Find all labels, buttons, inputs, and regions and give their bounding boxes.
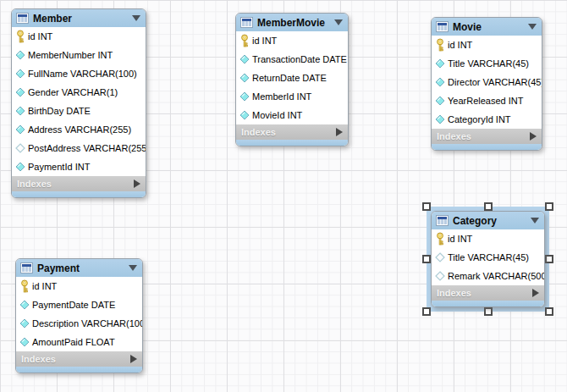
indexes-label: Indexes [437,131,471,141]
column-row[interactable]: Address VARCHAR(255) [12,120,146,139]
column-icon [239,71,250,85]
column-row[interactable]: YearReleased INT [432,91,542,110]
expand-right-icon[interactable] [530,132,537,141]
chevron-down-icon[interactable] [129,265,137,271]
column-icon [435,94,445,108]
column-label: id INT [448,40,472,50]
selection-handle[interactable] [545,307,553,316]
column-label: Title VARCHAR(45) [448,252,529,262]
column-icon [15,160,25,174]
column-list: id INT PaymentDate DATE Description VARC… [16,277,142,351]
column-icon [435,75,445,89]
table-title: MemberMovie [257,17,325,29]
column-icon [239,90,250,103]
column-row[interactable]: id INT [16,277,142,295]
column-row[interactable]: id INT [432,36,542,54]
column-row[interactable]: Description VARCHAR(100) [16,314,142,333]
column-row[interactable]: Title VARCHAR(45) [432,54,542,73]
chevron-down-icon[interactable] [334,19,343,25]
column-row[interactable]: FullName VARCHAR(100) [12,64,146,83]
table-icon [436,215,449,226]
column-row[interactable]: Remark VARCHAR(500) [432,267,544,285]
column-icon [15,48,25,62]
table-title: Payment [37,262,80,274]
column-icon [19,317,30,330]
nullable-column-icon [15,141,25,155]
column-row[interactable]: AmountPaid FLOAT [16,333,142,351]
nullable-column-icon [435,251,445,264]
indexes-bar[interactable]: Indexes [432,129,542,144]
column-label: id INT [32,281,57,291]
table-membermovie[interactable]: MemberMovie id INT TransactionDate DATE … [235,13,349,146]
expand-right-icon[interactable] [532,289,539,297]
expand-right-icon[interactable] [336,128,343,136]
table-header[interactable]: Member [12,9,146,27]
column-row[interactable]: PaymentId INT [12,157,146,176]
table-header[interactable]: Payment [16,259,142,277]
selection-handle[interactable] [422,307,431,316]
column-row[interactable]: MemberId INT [236,87,348,106]
column-icon [15,104,25,118]
column-row[interactable]: TransactionDate DATE [236,50,348,69]
table-movie[interactable]: Movie id INT Title VARCHAR(45) Director … [431,17,542,151]
column-row[interactable]: PaymentDate DATE [16,295,142,314]
table-icon [16,13,29,24]
table-header[interactable]: Movie [432,18,542,36]
chevron-down-icon[interactable] [132,15,140,21]
selection-handle[interactable] [545,255,553,263]
indexes-bar[interactable]: Indexes [16,351,142,367]
table-member[interactable]: Member id INT MemberNumber INT FullName … [11,8,146,198]
expand-right-icon[interactable] [134,179,140,188]
selection-handle[interactable] [545,202,553,211]
column-label: YearReleased INT [448,96,523,106]
column-icon [15,86,25,99]
table-title: Member [33,13,72,25]
selection-handle[interactable] [484,307,493,316]
column-label: PaymentDate DATE [32,300,115,310]
column-label: FullName VARCHAR(100) [28,69,137,79]
column-label: MemberNumber INT [28,50,113,60]
table-icon [436,21,449,32]
selection-handle[interactable] [484,202,493,211]
column-row[interactable]: MemberNumber INT [12,46,146,64]
column-row[interactable]: MovieId INT [236,106,348,124]
column-row[interactable]: ReturnDate DATE [236,69,348,87]
column-row[interactable]: CategoryId INT [432,110,542,129]
indexes-label: Indexes [241,127,276,137]
chevron-down-icon[interactable] [531,218,539,224]
expand-right-icon[interactable] [130,355,137,363]
column-row[interactable]: id INT [432,229,544,248]
column-icon [15,123,25,136]
column-label: Description VARCHAR(100) [32,318,143,329]
column-row[interactable]: id INT [236,31,348,50]
column-row[interactable]: BirthDay DATE [12,102,146,120]
column-label: MemberId INT [252,91,311,102]
column-label: id INT [28,31,52,41]
table-footer [432,144,542,150]
selection-handle[interactable] [422,255,431,263]
primary-key-icon [435,38,445,52]
column-label: id INT [448,234,472,244]
table-category[interactable]: Category id INT Title VARCHAR(45) Remark… [431,211,545,307]
column-row[interactable]: Director VARCHAR(45) [432,73,542,91]
indexes-label: Indexes [21,354,56,364]
selection-handle[interactable] [422,202,431,211]
column-row[interactable]: Gender VARCHAR(1) [12,83,146,102]
indexes-bar[interactable]: Indexes [12,176,146,191]
table-payment[interactable]: Payment id INT PaymentDate DATE Descript… [15,258,143,373]
table-header[interactable]: Category [432,212,544,229]
column-label: TransactionDate DATE [252,54,347,64]
column-row[interactable]: Title VARCHAR(45) [432,248,544,267]
table-header[interactable]: MemberMovie [236,14,348,31]
diagram-canvas[interactable]: Member id INT MemberNumber INT FullName … [0,0,567,392]
indexes-bar[interactable]: Indexes [236,124,348,140]
table-icon [20,262,33,273]
primary-key-icon [19,279,30,293]
primary-key-icon [435,232,445,246]
indexes-bar[interactable]: Indexes [432,285,544,301]
column-row[interactable]: id INT [12,27,146,46]
column-row[interactable]: PostAddress VARCHAR(255) [12,139,146,157]
chevron-down-icon[interactable] [528,24,537,30]
column-icon [239,108,250,122]
column-icon [19,335,30,349]
